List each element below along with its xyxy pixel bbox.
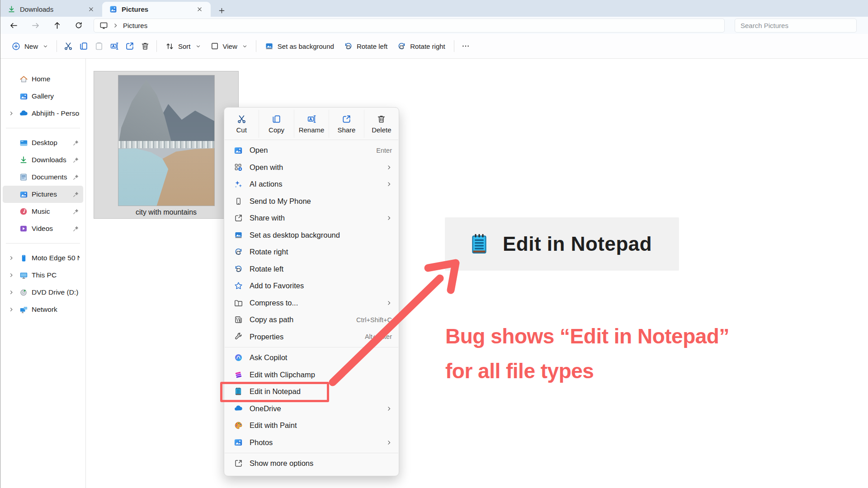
- cut-menu-button[interactable]: Cut: [224, 110, 259, 138]
- this-pc-icon: [19, 271, 28, 280]
- photos-icon: [234, 438, 243, 447]
- sidebar-item-music[interactable]: Music: [3, 203, 83, 220]
- submenu-chevron-icon: [386, 440, 392, 446]
- pin-icon: [72, 140, 80, 146]
- menu-item-onedrive[interactable]: OneDrive: [224, 400, 399, 418]
- delete-menu-button[interactable]: Delete: [364, 110, 399, 138]
- tab-downloads[interactable]: Downloads: [0, 2, 102, 17]
- sidebar-item-downloads[interactable]: Downloads: [3, 151, 83, 169]
- search-input[interactable]: [741, 22, 851, 29]
- tab-pictures[interactable]: Pictures: [102, 2, 211, 17]
- menu-item-set-as-desktop-background[interactable]: Set as desktop background: [224, 227, 399, 244]
- rename-button[interactable]: [107, 38, 122, 54]
- star-icon: [234, 282, 243, 291]
- new-tab-button[interactable]: [214, 4, 229, 17]
- home-icon: [19, 75, 28, 84]
- rotate-left-icon: [234, 264, 243, 273]
- menu-item-share-with[interactable]: Share with: [224, 210, 399, 227]
- download-icon: [8, 5, 15, 13]
- command-bar: New Sort View: [0, 34, 868, 59]
- menu-item-open-with[interactable]: Open with: [224, 159, 399, 176]
- file-explorer-window: Downloads Pictures: [0, 0, 868, 488]
- sidebar-item-pictures[interactable]: Pictures: [3, 186, 83, 203]
- sidebar-item-moto-edge[interactable]: Moto Edge 50 Neo: [3, 249, 83, 267]
- onedrive-icon: [19, 109, 28, 118]
- navigation-bar: Pictures: [0, 17, 868, 34]
- divider: [156, 40, 157, 52]
- sidebar-item-onedrive-personal[interactable]: Abhijith - Personal: [3, 105, 83, 122]
- copilot-icon: [234, 353, 243, 362]
- sort-button[interactable]: Sort: [160, 39, 206, 54]
- menu-item-open[interactable]: Open Enter: [224, 142, 399, 159]
- submenu-chevron-icon: [386, 181, 392, 187]
- chevron-expand-icon[interactable]: [7, 290, 15, 295]
- download-icon: [19, 155, 28, 164]
- paint-icon: [234, 421, 243, 430]
- pin-icon: [72, 174, 80, 180]
- sidebar-item-documents[interactable]: Documents: [3, 169, 83, 186]
- address-bar[interactable]: Pictures: [94, 19, 725, 33]
- shortcut: Enter: [376, 147, 392, 154]
- share-button[interactable]: [122, 38, 137, 54]
- paste-button[interactable]: [91, 38, 107, 54]
- sidebar-item-desktop[interactable]: Desktop: [3, 134, 83, 151]
- chevron-expand-icon[interactable]: [7, 272, 15, 278]
- breadcrumb[interactable]: Pictures: [123, 22, 147, 29]
- rotate-right-button[interactable]: Rotate right: [392, 39, 450, 54]
- sidebar-item-this-pc[interactable]: This PC: [3, 267, 83, 284]
- menu-item-show-more-options[interactable]: Show more options: [224, 455, 399, 472]
- sidebar-item-videos[interactable]: Videos: [3, 220, 83, 237]
- pin-icon: [72, 208, 80, 215]
- delete-button[interactable]: [137, 38, 153, 54]
- new-button[interactable]: New: [7, 39, 53, 54]
- cut-button[interactable]: [61, 38, 76, 54]
- clipchamp-icon: [234, 370, 243, 379]
- close-icon[interactable]: [193, 4, 205, 15]
- back-button[interactable]: [5, 18, 22, 33]
- view-button[interactable]: View: [206, 39, 252, 53]
- phone-outline-icon: [234, 197, 243, 206]
- pin-icon: [72, 191, 80, 197]
- rename-menu-button[interactable]: Rename: [294, 110, 329, 138]
- menu-item-edit-with-paint[interactable]: Edit with Paint: [224, 417, 399, 434]
- chevron-expand-icon[interactable]: [7, 111, 15, 116]
- copy-button[interactable]: [76, 38, 91, 54]
- chevron-right-icon[interactable]: [113, 23, 118, 28]
- annotation-callout: Edit in Notepad: [445, 217, 679, 271]
- file-tile-city-with-mountains[interactable]: city with mountains: [94, 71, 239, 219]
- rotate-left-button[interactable]: Rotate left: [339, 39, 392, 54]
- refresh-button[interactable]: [70, 18, 87, 33]
- sidebar-item-dvd-drive[interactable]: DVD Drive (D:) CCC: [3, 284, 83, 301]
- menu-item-send-to-my-phone[interactable]: Send to My Phone: [224, 193, 399, 210]
- set-as-background-button[interactable]: Set as background: [260, 39, 339, 54]
- rotate-right-icon: [234, 248, 243, 257]
- sidebar: Home Gallery Abhijith - Personal Desktop: [0, 59, 86, 488]
- sidebar-item-network[interactable]: Network: [3, 301, 83, 318]
- divider: [256, 40, 256, 52]
- menu-item-photos[interactable]: Photos: [224, 434, 399, 451]
- menu-item-ai-actions[interactable]: AI actions: [224, 176, 399, 193]
- notepad-icon: [470, 233, 488, 255]
- share-icon: [234, 214, 243, 223]
- forward-button[interactable]: [27, 18, 44, 33]
- sidebar-item-gallery[interactable]: Gallery: [3, 88, 83, 105]
- copy-menu-button[interactable]: Copy: [259, 110, 293, 138]
- quick-actions-row: Cut Copy Rename Share Delete: [224, 110, 399, 138]
- chevron-expand-icon[interactable]: [7, 307, 15, 312]
- divider: [225, 453, 398, 453]
- tab-label: Downloads: [20, 5, 80, 13]
- desktop-icon: [19, 138, 28, 147]
- up-button[interactable]: [48, 18, 66, 33]
- sidebar-item-home[interactable]: Home: [3, 70, 83, 88]
- annotation-callout-label: Edit in Notepad: [503, 233, 652, 255]
- videos-icon: [19, 224, 28, 233]
- chevron-expand-icon[interactable]: [7, 255, 15, 261]
- close-icon[interactable]: [85, 4, 97, 15]
- divider: [57, 40, 57, 52]
- submenu-chevron-icon: [386, 215, 392, 221]
- share-menu-button[interactable]: Share: [329, 110, 363, 138]
- file-thumbnail: [118, 75, 214, 206]
- divider: [6, 243, 80, 244]
- more-options-button[interactable]: [458, 38, 473, 54]
- file-name: city with mountains: [94, 208, 238, 216]
